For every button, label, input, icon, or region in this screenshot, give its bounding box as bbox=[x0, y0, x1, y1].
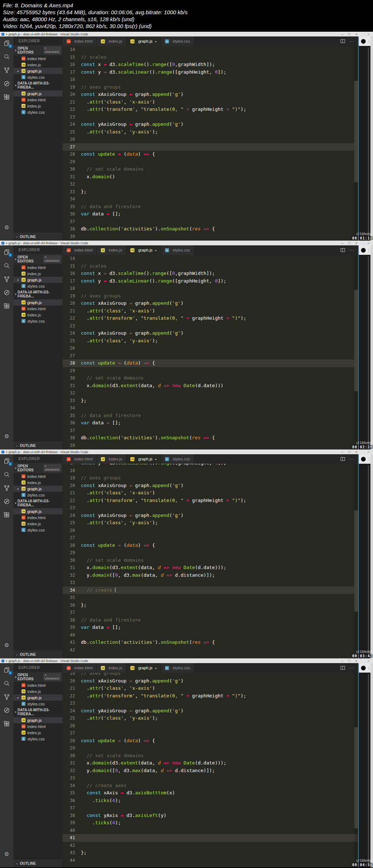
code-editor[interactable]: 1415// scales16const x = d3.scaleTime().… bbox=[63, 46, 358, 241]
file-item-index.js[interactable]: JSindex.js bbox=[13, 479, 63, 486]
folder-header[interactable]: ▾ DATA-UI-WITH-D3-FIREBA... bbox=[13, 289, 63, 299]
file-item-index.html[interactable]: <>index.html bbox=[13, 55, 63, 62]
more-actions-icon[interactable]: ··· bbox=[349, 666, 354, 670]
file-item-styles.css[interactable]: Sstyles.css bbox=[13, 318, 63, 324]
debug-icon[interactable] bbox=[3, 498, 11, 505]
file-item-index.html[interactable]: <>index.html bbox=[13, 514, 63, 521]
more-actions-icon[interactable]: ··· bbox=[349, 39, 354, 43]
folder-header[interactable]: ▾ DATA-UI-WITH-D3-FIREBA... bbox=[13, 80, 63, 90]
file-item-index.js[interactable]: JSindex.js bbox=[13, 312, 63, 318]
file-item-index.js[interactable]: JSindex.js bbox=[13, 62, 63, 68]
file-item-index.js[interactable]: JSindex.js bbox=[13, 270, 63, 277]
search-icon[interactable] bbox=[3, 471, 11, 478]
outline-section-header[interactable]: › OUTLINE bbox=[13, 442, 63, 449]
open-editors-header[interactable]: ▾ OPEN EDITORS 1 UNSAVED bbox=[13, 45, 63, 55]
tab-styles.css[interactable]: Sstyles.css bbox=[161, 663, 195, 673]
close-button[interactable]: × bbox=[355, 241, 357, 245]
minimize-button[interactable]: – bbox=[341, 659, 343, 663]
file-item-styles.css[interactable]: Sstyles.css bbox=[13, 492, 63, 498]
file-item-index.html[interactable]: <>index.html bbox=[13, 473, 63, 479]
file-item-index.html[interactable]: <>index.html bbox=[13, 682, 63, 688]
editor-scrollbar[interactable] bbox=[354, 464, 358, 658]
open-editors-header[interactable]: ▾ OPEN EDITORS 1 UNSAVED bbox=[13, 254, 63, 264]
tab-index.js[interactable]: JSindex.js bbox=[97, 36, 126, 46]
extensions-icon[interactable] bbox=[3, 720, 11, 727]
file-item-styles.css[interactable]: Sstyles.css bbox=[13, 283, 63, 289]
tab-graph.js[interactable]: JSgraph.js● bbox=[126, 663, 161, 673]
settings-gear-icon[interactable]: ⚙ bbox=[3, 851, 11, 858]
explorer-icon[interactable]: 1 bbox=[3, 39, 11, 47]
source-control-icon[interactable] bbox=[3, 66, 11, 74]
more-actions-icon[interactable]: ··· bbox=[349, 248, 354, 252]
minimize-button[interactable]: – bbox=[341, 32, 343, 36]
extensions-icon[interactable] bbox=[3, 93, 11, 101]
tab-index.html[interactable]: <>index.html bbox=[63, 36, 97, 46]
outline-section-header[interactable]: › OUTLINE bbox=[13, 233, 63, 241]
file-item-styles.css[interactable]: Sstyles.css bbox=[13, 527, 63, 533]
settings-gear-icon[interactable]: ⚙ bbox=[3, 642, 11, 649]
split-editor-icon[interactable] bbox=[341, 39, 345, 43]
code-editor[interactable]: 17const y = d3.scaleLinear().range([grap… bbox=[63, 464, 358, 658]
tab-index.html[interactable]: <>index.html bbox=[63, 663, 97, 673]
file-item-graph.js[interactable]: JSgraph.js bbox=[13, 717, 63, 723]
settings-gear-icon[interactable]: ⚙ bbox=[3, 224, 11, 231]
file-item-graph.js[interactable]: ●JSgraph.js bbox=[13, 68, 63, 74]
file-item-index.js[interactable]: JSindex.js bbox=[13, 521, 63, 527]
explorer-icon[interactable]: 1 bbox=[3, 248, 11, 256]
tab-index.js[interactable]: JSindex.js bbox=[97, 454, 126, 464]
file-item-styles.css[interactable]: Sstyles.css bbox=[13, 736, 63, 742]
code-editor[interactable]: 19// axes groups20const xAxisGroup = gra… bbox=[63, 673, 358, 867]
search-icon[interactable] bbox=[3, 680, 11, 687]
tab-index.js[interactable]: JSindex.js bbox=[97, 245, 126, 255]
close-button[interactable]: × bbox=[355, 659, 357, 663]
open-editors-header[interactable]: ▾ OPEN EDITORS 1 UNSAVED bbox=[13, 463, 63, 473]
close-button[interactable]: × bbox=[355, 32, 357, 36]
explorer-icon[interactable]: 1 bbox=[3, 457, 11, 464]
tab-graph.js[interactable]: JSgraph.js● bbox=[126, 245, 161, 255]
search-icon[interactable] bbox=[3, 53, 11, 60]
tab-graph.js[interactable]: JSgraph.js● bbox=[126, 36, 161, 46]
file-item-graph.js[interactable]: JSgraph.js bbox=[13, 90, 63, 97]
folder-header[interactable]: ▾ DATA-UI-WITH-D3-FIREBA... bbox=[13, 498, 63, 508]
tab-index.js[interactable]: JSindex.js bbox=[97, 663, 126, 673]
open-editors-header[interactable]: ▾ OPEN EDITORS 1 UNSAVED bbox=[13, 672, 63, 682]
file-item-graph.js[interactable]: JSgraph.js bbox=[13, 508, 63, 514]
file-item-graph.js[interactable]: ●JSgraph.js bbox=[13, 486, 63, 492]
file-item-index.html[interactable]: <>index.html bbox=[13, 723, 63, 729]
close-button[interactable]: × bbox=[355, 450, 357, 454]
tab-styles.css[interactable]: Sstyles.css bbox=[161, 454, 195, 464]
debug-icon[interactable] bbox=[3, 80, 11, 87]
search-icon[interactable] bbox=[3, 262, 11, 269]
maximize-button[interactable]: □ bbox=[348, 32, 350, 36]
tab-index.html[interactable]: <>index.html bbox=[63, 454, 97, 464]
tab-graph.js[interactable]: JSgraph.js● bbox=[126, 454, 161, 464]
debug-icon[interactable] bbox=[3, 707, 11, 714]
outline-section-header[interactable]: › OUTLINE bbox=[13, 860, 63, 867]
maximize-button[interactable]: □ bbox=[348, 450, 350, 454]
tab-styles.css[interactable]: Sstyles.css bbox=[161, 245, 195, 255]
source-control-icon[interactable] bbox=[3, 693, 11, 700]
minimize-button[interactable]: – bbox=[341, 241, 343, 245]
file-item-styles.css[interactable]: Sstyles.css bbox=[13, 701, 63, 707]
source-control-icon[interactable] bbox=[3, 484, 11, 491]
file-item-styles.css[interactable]: Sstyles.css bbox=[13, 109, 63, 115]
file-item-index.html[interactable]: <>index.html bbox=[13, 264, 63, 270]
folder-header[interactable]: ▾ DATA-UI-WITH-D3-FIREBA... bbox=[13, 707, 63, 717]
split-editor-icon[interactable] bbox=[341, 666, 345, 670]
editor-scrollbar[interactable] bbox=[354, 673, 358, 867]
debug-icon[interactable] bbox=[3, 289, 11, 296]
settings-gear-icon[interactable]: ⚙ bbox=[3, 433, 11, 440]
file-item-index.js[interactable]: JSindex.js bbox=[13, 688, 63, 694]
split-editor-icon[interactable] bbox=[341, 248, 345, 252]
maximize-button[interactable]: □ bbox=[348, 241, 350, 245]
file-item-graph.js[interactable]: JSgraph.js bbox=[13, 299, 63, 305]
outline-section-header[interactable]: › OUTLINE bbox=[13, 651, 63, 658]
code-editor[interactable]: 1415// scales16const x = d3.scaleTime().… bbox=[63, 255, 358, 449]
maximize-button[interactable]: □ bbox=[348, 659, 350, 663]
minimize-button[interactable]: – bbox=[341, 450, 343, 454]
file-item-styles.css[interactable]: Sstyles.css bbox=[13, 74, 63, 80]
editor-scrollbar[interactable] bbox=[354, 46, 358, 241]
file-item-index.js[interactable]: JSindex.js bbox=[13, 729, 63, 736]
file-item-index.js[interactable]: JSindex.js bbox=[13, 103, 63, 109]
file-item-index.html[interactable]: <>index.html bbox=[13, 305, 63, 312]
